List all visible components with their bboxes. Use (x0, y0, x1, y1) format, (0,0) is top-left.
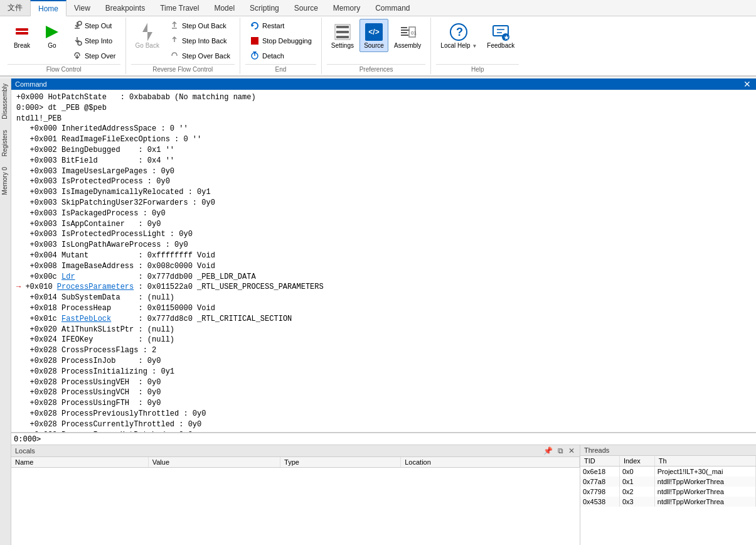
svg-rect-12 (336, 31, 349, 33)
table-row[interactable]: 0x4538 0x3 ntdll!TppWorkerThrea (580, 497, 756, 507)
svg-text:01: 01 (411, 30, 417, 36)
ribbon-tab-bar: 文件 Home View Breakpoints Time Travel Mod… (0, 0, 756, 16)
tab-command[interactable]: Command (368, 0, 417, 16)
tab-breakpoints[interactable]: Breakpoints (98, 0, 152, 16)
command-line: 0:000> dt _PEB @$peb (16, 103, 751, 114)
command-link-ldr[interactable]: Ldr (61, 272, 75, 281)
svg-rect-1 (16, 32, 28, 35)
tab-home[interactable]: Home (30, 0, 67, 16)
tab-model[interactable]: Model (206, 0, 242, 16)
command-output: +0x000 HotPatchState : 0xbababab (No mat… (11, 90, 756, 433)
thread-name: ntdll!TppWorkerThrea (654, 497, 755, 507)
table-row[interactable]: 0x6e18 0x0 Project1!ILT+30(_mai (580, 467, 756, 477)
detach-button[interactable]: Detach (245, 49, 289, 63)
local-help-button[interactable]: ? Local Help ▼ (436, 19, 481, 52)
step-over-back-button[interactable]: Step Over Back (165, 49, 235, 63)
feedback-icon: ★ (491, 22, 511, 42)
assembly-icon: 01 (398, 22, 418, 42)
help-label: Help (436, 64, 519, 73)
thread-name: ntdll!TppWorkerThrea (654, 487, 755, 497)
step-into-back-button[interactable]: Step Into Back (165, 34, 235, 48)
command-input[interactable] (43, 434, 753, 443)
step-out-back-button[interactable]: Step Out Back (165, 19, 235, 33)
flow-control-buttons: Break Go (8, 19, 120, 63)
stop-icon (250, 36, 260, 46)
break-button[interactable]: Break (8, 19, 36, 52)
command-panel: Command ✕ +0x000 HotPatchState : 0xbabab… (11, 78, 756, 433)
step-over-icon (72, 51, 82, 61)
feedback-button[interactable]: ★ Feedback (482, 19, 519, 52)
svg-text:★: ★ (504, 35, 509, 41)
svg-text:?: ? (456, 26, 463, 38)
command-line: ntdll!_PEB (16, 114, 751, 124)
command-line: +0x003 BitField : 0x4 '' (16, 156, 751, 166)
threads-table: TID Index Th 0x6e18 0x0 Project1!ILT+30(… (580, 456, 756, 507)
command-line: +0x024 IFEOKey : (null) (16, 335, 751, 345)
help-icon: ? (449, 22, 469, 42)
sidebar-tab-disassembly[interactable]: Disassembly (0, 78, 11, 124)
command-line: +0x003 IsImageDynamicallyRelocated : 0y1 (16, 187, 751, 198)
threads-col-tid: TID (580, 456, 619, 467)
thread-name: Project1!ILT+30(_mai (654, 467, 755, 477)
group-preferences: Settings </> Source (322, 18, 432, 74)
command-title: Command (15, 80, 740, 88)
input-prompt: 0:000> (14, 434, 41, 443)
go-button[interactable]: Go (38, 19, 67, 52)
ribbon: 文件 Home View Breakpoints Time Travel Mod… (0, 0, 756, 77)
step-out-button[interactable]: Step Out (68, 19, 120, 33)
help-buttons: ? Local Help ▼ ★ (436, 19, 519, 63)
stop-debugging-button[interactable]: Stop Debugging (245, 34, 316, 48)
svg-rect-13 (336, 36, 349, 38)
svg-marker-6 (252, 24, 254, 27)
group-end: Restart Stop Debugging (240, 18, 322, 74)
step-back-col: Step Out Back Step Into Back (165, 19, 235, 63)
break-icon (12, 22, 32, 42)
command-close-button[interactable]: ✕ (742, 80, 752, 89)
tab-timetravel[interactable]: Time Travel (152, 0, 206, 16)
source-button[interactable]: </> Source (359, 19, 388, 52)
go-back-button[interactable]: Go Back (131, 19, 164, 52)
local-help-label: Local Help ▼ (440, 42, 477, 49)
locals-pin-button[interactable]: 📌 (542, 446, 554, 455)
locals-titlebar: Locals 📌 ⧉ ✕ (11, 445, 580, 457)
local-help-dropdown-arrow: ▼ (472, 43, 477, 49)
tab-file[interactable]: 文件 (0, 0, 30, 16)
end-buttons: Restart Stop Debugging (245, 19, 316, 63)
command-line: +0x018 ProcessHeap : 0x01150000 Void (16, 303, 751, 314)
tab-view[interactable]: View (67, 0, 98, 16)
restart-icon (250, 21, 260, 31)
tab-source[interactable]: Source (287, 0, 326, 16)
sidebar-tab-memory[interactable]: Memory 0 (0, 162, 11, 200)
command-line: +0x028 ProcessImagesHotPatched : 0y0 (16, 430, 751, 433)
thread-index: 0x0 (619, 467, 654, 477)
command-line: +0x003 IsProtectedProcessLight : 0y0 (16, 229, 751, 240)
svg-rect-17 (401, 32, 407, 33)
thread-tid: 0x77a8 (580, 477, 619, 487)
tab-scripting[interactable]: Scripting (242, 0, 287, 16)
step-over-button[interactable]: Step Over (68, 49, 120, 63)
command-link-processparameters[interactable]: ProcessParameters (57, 283, 134, 291)
sidebar-tab-registers[interactable]: Registers (0, 125, 11, 161)
command-line: +0x028 ProcessCurrentlyThrottled : 0y0 (16, 419, 751, 430)
command-link-fastpeblock[interactable]: FastPebLock (61, 315, 111, 323)
assembly-button[interactable]: 01 Assembly (390, 19, 425, 52)
svg-rect-11 (336, 26, 349, 28)
table-row[interactable]: 0x77a8 0x1 ntdll!TppWorkerThrea (580, 477, 756, 487)
settings-button[interactable]: Settings (327, 19, 358, 52)
assembly-label: Assembly (394, 42, 421, 49)
command-line: +0x01c FastPebLock : 0x777dd8c0 _RTL_CRI… (16, 314, 751, 325)
tab-memory[interactable]: Memory (326, 0, 368, 16)
input-bar: 0:000> (11, 433, 756, 445)
threads-panel: Threads TID Index Th 0x6e18 0x0 Project1… (580, 445, 756, 545)
restart-button[interactable]: Restart (245, 19, 289, 33)
locals-close-button[interactable]: ✕ (567, 446, 576, 455)
red-arrow-indicator: → (16, 283, 21, 291)
bottom-panels: Locals 📌 ⧉ ✕ Name Value Type Location (11, 445, 756, 545)
table-row[interactable]: 0x7798 0x2 ntdll!TppWorkerThrea (580, 487, 756, 497)
threads-col-index: Index (619, 456, 654, 467)
step-into-button[interactable]: Step Into (68, 34, 120, 48)
threads-title: Threads (584, 446, 752, 454)
locals-float-button[interactable]: ⧉ (556, 446, 565, 455)
command-line: +0x003 IsLongPathAwareProcess : 0y0 (16, 240, 751, 251)
group-flow-control: Break Go (3, 18, 126, 74)
